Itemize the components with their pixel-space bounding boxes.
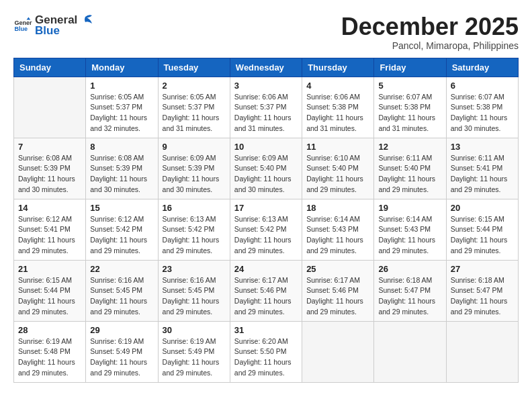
day-number: 3 bbox=[234, 81, 298, 91]
calendar-cell: 6Sunrise: 6:07 AMSunset: 5:38 PMDaylight… bbox=[446, 77, 518, 138]
day-number: 16 bbox=[163, 203, 226, 213]
day-info: Sunrise: 6:05 AMSunset: 5:37 PMDaylight:… bbox=[90, 92, 153, 134]
calendar-cell: 19Sunrise: 6:14 AMSunset: 5:43 PMDayligh… bbox=[374, 199, 446, 260]
day-info: Sunrise: 6:18 AMSunset: 5:47 PMDaylight:… bbox=[378, 275, 441, 318]
logo-icon: General Blue bbox=[13, 16, 32, 35]
calendar-week-row-2: 7Sunrise: 6:08 AMSunset: 5:39 PMDaylight… bbox=[14, 138, 519, 199]
day-number: 31 bbox=[234, 325, 298, 335]
day-number: 10 bbox=[234, 142, 298, 152]
day-info: Sunrise: 6:06 AMSunset: 5:37 PMDaylight:… bbox=[234, 92, 298, 134]
calendar-cell: 10Sunrise: 6:09 AMSunset: 5:40 PMDayligh… bbox=[230, 138, 302, 199]
day-number: 2 bbox=[163, 81, 226, 91]
calendar-cell: 11Sunrise: 6:10 AMSunset: 5:40 PMDayligh… bbox=[302, 138, 374, 199]
day-info: Sunrise: 6:15 AMSunset: 5:44 PMDaylight:… bbox=[18, 275, 81, 318]
calendar-week-row-3: 14Sunrise: 6:12 AMSunset: 5:41 PMDayligh… bbox=[14, 199, 519, 260]
day-number: 6 bbox=[451, 81, 514, 91]
calendar-week-row-1: 1Sunrise: 6:05 AMSunset: 5:37 PMDaylight… bbox=[14, 77, 519, 138]
calendar-cell: 27Sunrise: 6:18 AMSunset: 5:47 PMDayligh… bbox=[446, 260, 518, 321]
calendar-cell bbox=[14, 77, 86, 138]
day-number: 23 bbox=[163, 264, 226, 274]
day-info: Sunrise: 6:11 AMSunset: 5:40 PMDaylight:… bbox=[378, 153, 441, 195]
calendar-cell: 21Sunrise: 6:15 AMSunset: 5:44 PMDayligh… bbox=[14, 260, 86, 321]
day-info: Sunrise: 6:12 AMSunset: 5:41 PMDaylight:… bbox=[18, 214, 81, 257]
day-number: 27 bbox=[451, 264, 514, 274]
calendar-week-row-4: 21Sunrise: 6:15 AMSunset: 5:44 PMDayligh… bbox=[14, 260, 519, 321]
day-info: Sunrise: 6:14 AMSunset: 5:43 PMDaylight:… bbox=[306, 214, 369, 257]
day-info: Sunrise: 6:13 AMSunset: 5:42 PMDaylight:… bbox=[163, 214, 226, 257]
day-info: Sunrise: 6:12 AMSunset: 5:42 PMDaylight:… bbox=[90, 214, 153, 257]
day-number: 18 bbox=[306, 203, 369, 213]
day-number: 26 bbox=[378, 264, 441, 274]
calendar-cell: 18Sunrise: 6:14 AMSunset: 5:43 PMDayligh… bbox=[302, 199, 374, 260]
calendar-week-row-5: 28Sunrise: 6:19 AMSunset: 5:48 PMDayligh… bbox=[14, 321, 519, 382]
calendar-cell: 28Sunrise: 6:19 AMSunset: 5:48 PMDayligh… bbox=[14, 321, 86, 382]
calendar-cell: 4Sunrise: 6:06 AMSunset: 5:38 PMDaylight… bbox=[302, 77, 374, 138]
title-block: December 2025 Pancol, Mimaropa, Philippi… bbox=[341, 13, 519, 51]
day-number: 14 bbox=[18, 203, 81, 213]
day-info: Sunrise: 6:20 AMSunset: 5:50 PMDaylight:… bbox=[234, 336, 298, 379]
day-info: Sunrise: 6:08 AMSunset: 5:39 PMDaylight:… bbox=[90, 153, 153, 195]
calendar-cell: 1Sunrise: 6:05 AMSunset: 5:37 PMDaylight… bbox=[86, 77, 158, 138]
calendar-cell bbox=[446, 321, 518, 382]
day-number: 7 bbox=[18, 142, 81, 152]
day-info: Sunrise: 6:07 AMSunset: 5:38 PMDaylight:… bbox=[451, 92, 514, 134]
calendar-cell: 22Sunrise: 6:16 AMSunset: 5:45 PMDayligh… bbox=[86, 260, 158, 321]
location-subtitle: Pancol, Mimaropa, Philippines bbox=[341, 40, 519, 51]
day-number: 12 bbox=[378, 142, 441, 152]
day-info: Sunrise: 6:16 AMSunset: 5:45 PMDaylight:… bbox=[90, 275, 153, 318]
calendar-cell: 20Sunrise: 6:15 AMSunset: 5:44 PMDayligh… bbox=[446, 199, 518, 260]
day-info: Sunrise: 6:19 AMSunset: 5:49 PMDaylight:… bbox=[90, 336, 153, 379]
weekday-header-tuesday: Tuesday bbox=[158, 58, 230, 77]
day-number: 8 bbox=[90, 142, 153, 152]
day-info: Sunrise: 6:13 AMSunset: 5:42 PMDaylight:… bbox=[234, 214, 298, 257]
day-number: 29 bbox=[90, 325, 153, 335]
calendar-cell: 13Sunrise: 6:11 AMSunset: 5:41 PMDayligh… bbox=[446, 138, 518, 199]
day-number: 4 bbox=[306, 81, 369, 91]
day-number: 25 bbox=[306, 264, 369, 274]
calendar-cell: 16Sunrise: 6:13 AMSunset: 5:42 PMDayligh… bbox=[158, 199, 230, 260]
day-number: 13 bbox=[451, 142, 514, 152]
logo-blue-text: Blue bbox=[35, 24, 93, 38]
day-number: 17 bbox=[234, 203, 298, 213]
calendar-cell: 15Sunrise: 6:12 AMSunset: 5:42 PMDayligh… bbox=[86, 199, 158, 260]
day-info: Sunrise: 6:18 AMSunset: 5:47 PMDaylight:… bbox=[451, 275, 514, 318]
logo: General Blue General Blue bbox=[13, 13, 93, 38]
calendar-cell: 26Sunrise: 6:18 AMSunset: 5:47 PMDayligh… bbox=[374, 260, 446, 321]
weekday-header-sunday: Sunday bbox=[14, 58, 86, 77]
calendar-cell: 2Sunrise: 6:05 AMSunset: 5:37 PMDaylight… bbox=[158, 77, 230, 138]
day-number: 30 bbox=[163, 325, 226, 335]
calendar-table: SundayMondayTuesdayWednesdayThursdayFrid… bbox=[13, 58, 519, 383]
calendar-cell: 31Sunrise: 6:20 AMSunset: 5:50 PMDayligh… bbox=[230, 321, 302, 382]
weekday-header-monday: Monday bbox=[86, 58, 158, 77]
calendar-cell: 29Sunrise: 6:19 AMSunset: 5:49 PMDayligh… bbox=[86, 321, 158, 382]
calendar-cell: 5Sunrise: 6:07 AMSunset: 5:38 PMDaylight… bbox=[374, 77, 446, 138]
day-info: Sunrise: 6:06 AMSunset: 5:38 PMDaylight:… bbox=[306, 92, 369, 134]
day-number: 21 bbox=[18, 264, 81, 274]
day-number: 22 bbox=[90, 264, 153, 274]
day-number: 28 bbox=[18, 325, 81, 335]
day-info: Sunrise: 6:16 AMSunset: 5:45 PMDaylight:… bbox=[163, 275, 226, 318]
calendar-cell: 25Sunrise: 6:17 AMSunset: 5:46 PMDayligh… bbox=[302, 260, 374, 321]
calendar-cell: 24Sunrise: 6:17 AMSunset: 5:46 PMDayligh… bbox=[230, 260, 302, 321]
day-info: Sunrise: 6:11 AMSunset: 5:41 PMDaylight:… bbox=[451, 153, 514, 195]
day-number: 9 bbox=[163, 142, 226, 152]
month-year-title: December 2025 bbox=[341, 13, 519, 40]
day-info: Sunrise: 6:05 AMSunset: 5:37 PMDaylight:… bbox=[163, 92, 226, 134]
day-number: 19 bbox=[378, 203, 441, 213]
calendar-cell bbox=[302, 321, 374, 382]
svg-marker-2 bbox=[27, 17, 31, 20]
day-number: 24 bbox=[234, 264, 298, 274]
calendar-cell: 7Sunrise: 6:08 AMSunset: 5:39 PMDaylight… bbox=[14, 138, 86, 199]
day-number: 5 bbox=[378, 81, 441, 91]
day-info: Sunrise: 6:19 AMSunset: 5:48 PMDaylight:… bbox=[18, 336, 81, 379]
weekday-header-wednesday: Wednesday bbox=[230, 58, 302, 77]
calendar-cell: 3Sunrise: 6:06 AMSunset: 5:37 PMDaylight… bbox=[230, 77, 302, 138]
day-info: Sunrise: 6:10 AMSunset: 5:40 PMDaylight:… bbox=[306, 153, 369, 195]
svg-text:Blue: Blue bbox=[14, 26, 28, 33]
weekday-header-row: SundayMondayTuesdayWednesdayThursdayFrid… bbox=[14, 58, 519, 77]
day-number: 1 bbox=[90, 81, 153, 91]
day-info: Sunrise: 6:09 AMSunset: 5:39 PMDaylight:… bbox=[163, 153, 226, 195]
calendar-cell: 8Sunrise: 6:08 AMSunset: 5:39 PMDaylight… bbox=[86, 138, 158, 199]
calendar-cell: 17Sunrise: 6:13 AMSunset: 5:42 PMDayligh… bbox=[230, 199, 302, 260]
calendar-cell bbox=[374, 321, 446, 382]
